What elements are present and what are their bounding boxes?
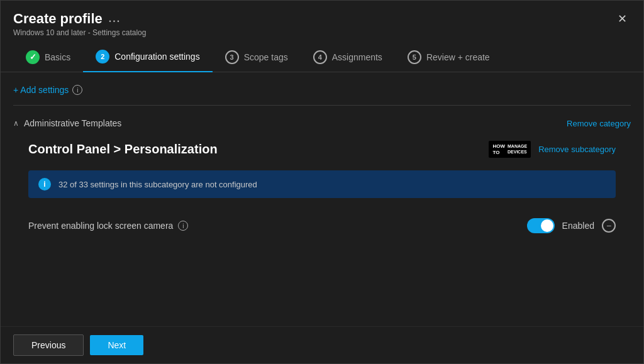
watermark: HOW TO MANAGE DEVICES: [489, 141, 531, 158]
subcategory-right: HOW TO MANAGE DEVICES Remove subcategory: [489, 141, 616, 158]
remove-category-button[interactable]: Remove category: [567, 119, 631, 128]
tab-circle-assignments: 4: [313, 50, 327, 64]
next-button[interactable]: Next: [90, 335, 143, 355]
category-row: ∧ Administrative Templates Remove catego…: [13, 113, 631, 131]
tab-bar: Basics 2 Configuration settings 3 Scope …: [1, 42, 643, 72]
main-content: + Add settings i ∧ Administrative Templa…: [1, 72, 643, 326]
tab-circle-review: 5: [408, 50, 421, 64]
remove-setting-button[interactable]: −: [602, 219, 616, 233]
setting-left: Prevent enabling lock screen camera i: [28, 221, 188, 231]
dialog-subtitle: Windows 10 and later - Settings catalog: [13, 28, 146, 37]
add-settings-link[interactable]: + Add settings i: [13, 85, 631, 97]
dialog-header: Create profile ... Windows 10 and later …: [1, 1, 643, 42]
category-name: Administrative Templates: [24, 118, 121, 128]
setting-label: Prevent enabling lock screen camera: [28, 221, 173, 231]
setting-info-icon: i: [178, 221, 188, 231]
tab-scope[interactable]: 3 Scope tags: [213, 43, 301, 72]
chevron-icon: ∧: [13, 119, 19, 128]
create-profile-dialog: Create profile ... Windows 10 and later …: [0, 0, 644, 364]
close-button[interactable]: ✕: [614, 11, 631, 27]
tab-basics-label: Basics: [45, 52, 70, 62]
category-left: ∧ Administrative Templates: [13, 118, 121, 128]
title-text: Create profile: [13, 11, 103, 27]
tab-circle-configuration: 2: [96, 50, 109, 63]
setting-toggle[interactable]: [527, 218, 555, 233]
setting-row: Prevent enabling lock screen camera i En…: [13, 211, 631, 241]
dialog-footer: Previous Next: [1, 326, 643, 363]
tab-review-label: Review + create: [426, 52, 490, 62]
tab-basics[interactable]: Basics: [13, 43, 83, 72]
info-circle-icon: i: [38, 178, 51, 190]
remove-subcategory-button[interactable]: Remove subcategory: [538, 145, 616, 154]
info-banner: i 32 of 33 settings in this subcategory …: [28, 170, 616, 198]
content-divider: [13, 105, 631, 106]
tab-configuration-label: Configuration settings: [114, 52, 199, 62]
tab-review[interactable]: 5 Review + create: [395, 43, 502, 72]
title-block: Create profile ... Windows 10 and later …: [13, 11, 146, 37]
info-banner-text: 32 of 33 settings in this subcategory ar…: [58, 180, 257, 189]
title-dots: ...: [109, 13, 121, 25]
add-settings-label: + Add settings: [13, 85, 69, 95]
dialog-title: Create profile ...: [13, 11, 146, 27]
enabled-label: Enabled: [562, 221, 594, 231]
tab-check-basics: [26, 50, 40, 64]
tab-configuration[interactable]: 2 Configuration settings: [83, 42, 212, 72]
tab-assignments-label: Assignments: [332, 52, 382, 62]
subcategory-row: Control Panel > Personalization HOW TO M…: [13, 138, 631, 163]
tab-circle-scope: 3: [225, 50, 239, 64]
add-settings-info-icon: i: [72, 85, 82, 95]
previous-button[interactable]: Previous: [13, 334, 84, 356]
tab-assignments[interactable]: 4 Assignments: [301, 43, 395, 72]
tab-scope-label: Scope tags: [244, 52, 288, 62]
subcategory-title: Control Panel > Personalization: [28, 142, 218, 157]
setting-right: Enabled −: [527, 218, 616, 233]
